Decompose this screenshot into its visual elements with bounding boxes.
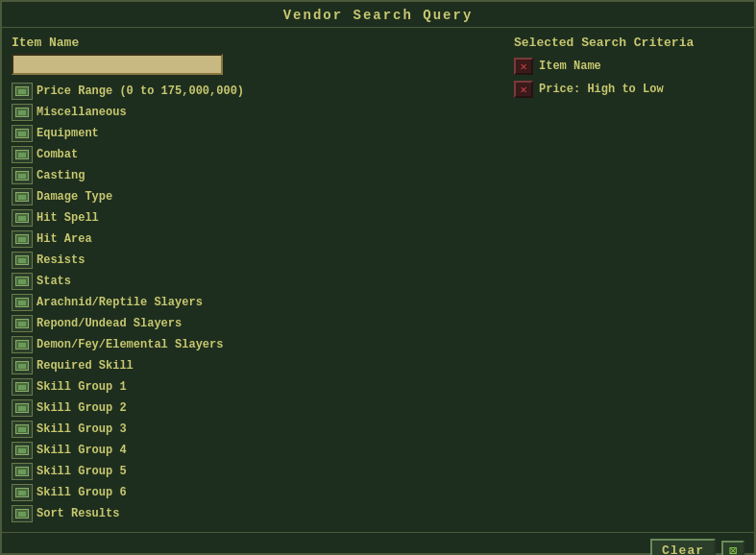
main-window: Vendor Search Query Item Name Price Rang… — [0, 0, 756, 555]
item-icon-skill-group-5 — [12, 463, 33, 480]
item-icon-inner-skill-group-4 — [15, 446, 29, 455]
item-icon-combat — [12, 146, 33, 163]
item-label-combat: Combat — [37, 148, 504, 161]
right-panel: Selected Search Criteria ✕ Item Name ✕ P… — [514, 36, 744, 524]
list-item-skill-group-4[interactable]: Skill Group 4 — [12, 440, 504, 461]
list-item-repond[interactable]: Repond/Undead Slayers — [12, 313, 504, 334]
item-icon-miscellaneous — [12, 104, 33, 121]
item-icon-required-skill — [12, 357, 33, 374]
list-item-hit-area[interactable]: Hit Area — [12, 229, 504, 250]
item-label-skill-group-3: Skill Group 3 — [37, 422, 504, 436]
item-icon-skill-group-3 — [12, 421, 33, 438]
list-item-miscellaneous[interactable]: Miscellaneous — [12, 102, 504, 123]
list-item-demon[interactable]: Demon/Fey/Elemental Slayers — [12, 334, 504, 355]
criteria-label-price-criteria: Price: High to Low — [539, 83, 664, 96]
item-icon-skill-group-4 — [12, 442, 33, 459]
clear-icon-symbol: ⊠ — [729, 543, 737, 555]
list-item-resists[interactable]: Resists — [12, 250, 504, 271]
item-label-repond: Repond/Undead Slayers — [37, 317, 504, 330]
list-item-skill-group-3[interactable]: Skill Group 3 — [12, 419, 504, 440]
clear-search-row: Clear ⊠ — [650, 539, 744, 555]
list-item-required-skill[interactable]: Required Skill — [12, 355, 504, 376]
item-icon-skill-group-2 — [12, 399, 33, 417]
criteria-item-price-criteria: ✕ Price: High to Low — [514, 79, 744, 100]
main-content: Item Name Price Range (0 to 175,000,000)… — [2, 28, 754, 532]
list-item-combat[interactable]: Combat — [12, 144, 504, 165]
item-label-miscellaneous: Miscellaneous — [37, 106, 504, 119]
bottom-bar: ✕ CANCEL Clear ⊠ Search ✔ — [2, 532, 754, 555]
item-icon-inner-sort-results — [15, 509, 29, 519]
filter-list: Price Range (0 to 175,000,000) Miscellan… — [12, 81, 504, 524]
clear-button[interactable]: Clear — [650, 539, 716, 555]
left-panel: Item Name Price Range (0 to 175,000,000)… — [12, 36, 504, 524]
list-item-arachnid[interactable]: Arachnid/Reptile Slayers — [12, 292, 504, 313]
item-icon-inner-miscellaneous — [15, 108, 29, 117]
item-label-skill-group-2: Skill Group 2 — [37, 401, 504, 415]
list-item-damage-type[interactable]: Damage Type — [12, 186, 504, 207]
item-icon-inner-casting — [15, 171, 29, 181]
item-icon-damage-type — [12, 188, 33, 205]
item-icon-inner-required-skill — [15, 361, 29, 371]
selected-criteria-label: Selected Search Criteria — [514, 36, 744, 50]
item-label-sort-results: Sort Results — [37, 507, 504, 520]
item-label-hit-area: Hit Area — [37, 232, 504, 246]
list-item-skill-group-1[interactable]: Skill Group 1 — [12, 376, 504, 398]
list-item-skill-group-2[interactable]: Skill Group 2 — [12, 398, 504, 419]
item-label-damage-type: Damage Type — [37, 190, 504, 204]
item-label-resists: Resists — [37, 253, 504, 267]
list-item-skill-group-6[interactable]: Skill Group 6 — [12, 482, 504, 503]
item-icon-stats — [12, 273, 33, 290]
item-icon-arachnid — [12, 294, 33, 311]
item-icon-inner-skill-group-5 — [15, 467, 29, 476]
list-item-hit-spell[interactable]: Hit Spell — [12, 207, 504, 229]
item-label-skill-group-4: Skill Group 4 — [37, 444, 504, 457]
item-icon-inner-damage-type — [15, 192, 29, 202]
item-label-equipment: Equipment — [37, 127, 504, 140]
item-icon-resists — [12, 252, 33, 269]
list-item-stats[interactable]: Stats — [12, 271, 504, 292]
list-item-equipment[interactable]: Equipment — [12, 123, 504, 144]
item-icon-equipment — [12, 125, 33, 142]
list-item-casting[interactable]: Casting — [12, 165, 504, 186]
item-label-arachnid: Arachnid/Reptile Slayers — [37, 296, 504, 309]
list-item-price-range[interactable]: Price Range (0 to 175,000,000) — [12, 81, 504, 102]
item-icon-inner-price-range — [15, 86, 29, 96]
item-icon-inner-combat — [15, 150, 29, 159]
item-name-input[interactable] — [12, 54, 223, 75]
item-icon-price-range — [12, 83, 33, 100]
item-icon-casting — [12, 167, 33, 184]
list-item-sort-results[interactable]: Sort Results — [12, 503, 504, 524]
bottom-right: Clear ⊠ Search ✔ — [642, 539, 744, 555]
criteria-label-item-name-criteria: Item Name — [539, 60, 601, 73]
item-icon-hit-area — [12, 230, 33, 248]
item-icon-inner-equipment — [15, 129, 29, 138]
item-label-hit-spell: Hit Spell — [37, 211, 504, 225]
remove-item-name-criteria[interactable]: ✕ — [514, 58, 533, 75]
item-icon-inner-resists — [15, 255, 29, 265]
criteria-item-item-name-criteria: ✕ Item Name — [514, 56, 744, 77]
item-label-required-skill: Required Skill — [37, 359, 504, 373]
item-icon-skill-group-6 — [12, 484, 33, 501]
item-icon-sort-results — [12, 505, 33, 522]
item-icon-inner-stats — [15, 277, 29, 286]
item-icon-hit-spell — [12, 209, 33, 227]
item-icon-inner-skill-group-1 — [15, 382, 29, 392]
item-label-casting: Casting — [37, 169, 504, 182]
item-icon-inner-skill-group-6 — [15, 488, 29, 497]
item-icon-inner-hit-spell — [15, 213, 29, 223]
item-label-skill-group-5: Skill Group 5 — [37, 465, 504, 478]
title-bar: Vendor Search Query — [2, 2, 754, 28]
list-item-skill-group-5[interactable]: Skill Group 5 — [12, 461, 504, 482]
item-label-skill-group-1: Skill Group 1 — [37, 380, 504, 394]
item-icon-inner-demon — [15, 340, 29, 350]
item-icon-inner-hit-area — [15, 234, 29, 244]
item-label-price-range: Price Range (0 to 175,000,000) — [37, 84, 504, 98]
remove-price-criteria[interactable]: ✕ — [514, 81, 533, 98]
item-icon-repond — [12, 315, 33, 332]
item-icon-inner-skill-group-3 — [15, 424, 29, 434]
item-name-label: Item Name — [12, 36, 504, 50]
item-icon-inner-skill-group-2 — [15, 403, 29, 413]
item-label-skill-group-6: Skill Group 6 — [37, 486, 504, 499]
clear-icon[interactable]: ⊠ — [721, 541, 744, 556]
item-label-demon: Demon/Fey/Elemental Slayers — [37, 338, 504, 351]
